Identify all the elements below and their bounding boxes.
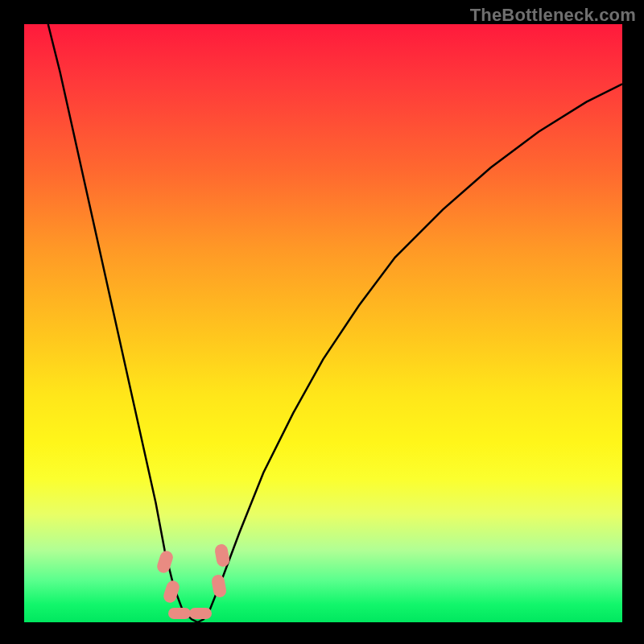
curve-svg — [24, 24, 622, 622]
chart-frame: TheBottleneck.com — [0, 0, 644, 644]
marker-bottom-left — [168, 608, 191, 619]
plot-area — [24, 24, 622, 622]
watermark-text: TheBottleneck.com — [470, 5, 636, 26]
marker-bottom-right — [189, 608, 212, 619]
bottleneck-curve — [48, 24, 622, 622]
